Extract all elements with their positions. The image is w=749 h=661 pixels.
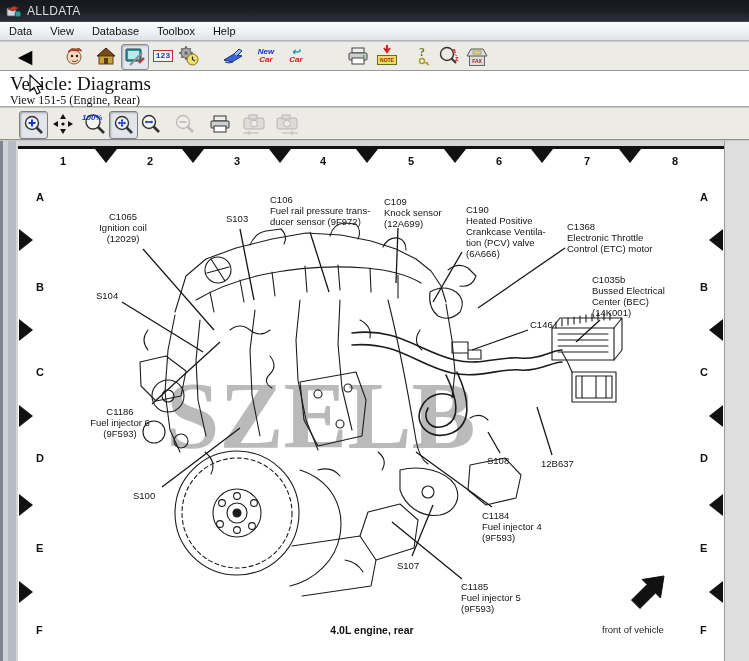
printer-icon: [347, 47, 369, 65]
svg-text:?: ?: [419, 45, 425, 59]
diagrams-tools-icon: [124, 47, 146, 67]
callout-c146: C146: [530, 319, 553, 330]
search-button[interactable]: [62, 44, 88, 68]
zoom-out-button[interactable]: [171, 111, 198, 137]
search-face-icon: [64, 45, 86, 67]
gears-clock-icon: [178, 45, 200, 67]
fit-window-icon: [113, 114, 135, 136]
specs-button[interactable]: 123: [150, 44, 176, 68]
grid-col-8: 8: [672, 155, 678, 167]
zoom-in-button[interactable]: [19, 111, 48, 139]
camera-previous-icon: [241, 112, 267, 136]
grid-col-7: 7: [584, 155, 590, 167]
pan-arrows-icon: [52, 113, 74, 135]
printer-icon: [209, 115, 231, 133]
note-icon: NOTE: [377, 55, 397, 65]
callout-s107: S107: [397, 560, 419, 571]
zoom-100-label: 100%: [82, 113, 102, 122]
grid-row-b-left: B: [36, 281, 44, 293]
maintenance-schedule-button[interactable]: [176, 44, 202, 68]
fax-machine-icon: [465, 46, 489, 58]
fit-width-button[interactable]: [137, 111, 164, 137]
print-diagram-button[interactable]: [206, 111, 233, 137]
callout-c1185: C1185 Fuel injector 5 (9F593): [461, 581, 521, 614]
specs-123-icon: 123: [153, 50, 173, 62]
grid-col-1: 1: [60, 155, 66, 167]
svg-text:a: a: [452, 47, 456, 54]
grid-row-a-left: A: [36, 191, 44, 203]
callout-12b637: 12B637: [541, 458, 574, 469]
callout-c1184: C1184 Fuel injector 4 (9F593): [482, 510, 542, 543]
callout-c1065: C1065 Ignition coil (12029): [78, 211, 168, 244]
grid-row-f-right: F: [700, 624, 707, 636]
callout-s103: S103: [226, 213, 248, 224]
home-icon: [95, 46, 117, 66]
back-button[interactable]: ◀: [12, 44, 38, 68]
search-az-icon: a z: [438, 45, 462, 67]
search-index-button[interactable]: a z: [437, 44, 463, 68]
zoom-out-icon: [174, 113, 196, 135]
previous-car-button[interactable]: ↩ Car: [283, 44, 309, 68]
menu-data[interactable]: Data: [0, 23, 41, 39]
pan-button[interactable]: [49, 111, 76, 137]
svg-text:z: z: [455, 55, 459, 62]
add-note-button[interactable]: NOTE: [374, 44, 400, 68]
previous-car-icon: ↩ Car: [289, 48, 302, 64]
viewport-right-margin: [724, 141, 749, 661]
grid-row-c-right: C: [700, 366, 708, 378]
grid-col-5: 5: [408, 155, 414, 167]
fit-window-button[interactable]: [109, 111, 138, 139]
home-button[interactable]: [93, 44, 119, 68]
grid-col-3: 3: [234, 155, 240, 167]
watermark: SZELB: [166, 366, 526, 466]
viewport-left-frame: [0, 141, 16, 661]
callout-c109: C109 Knock sensor (12A699): [384, 196, 442, 229]
callout-s104: S104: [96, 290, 118, 301]
callout-c106: C106 Fuel rail pressure trans- ducer sen…: [270, 194, 370, 227]
new-car-button[interactable]: New Car: [253, 44, 279, 68]
menu-view[interactable]: View: [41, 23, 83, 39]
new-car-icon: New Car: [258, 48, 274, 64]
menu-database[interactable]: Database: [83, 23, 148, 39]
page-header: Vehicle: Diagrams View 151-5 (Engine, Re…: [0, 71, 749, 107]
grid-col-2: 2: [147, 155, 153, 167]
grid-row-d-left: D: [36, 452, 44, 464]
zoom-100-button[interactable]: 100%: [81, 111, 108, 137]
callout-c1368: C1368 Electronic Throttle Control (ETC) …: [567, 221, 653, 254]
grid-row-f-left: F: [36, 624, 43, 636]
diagrams-button[interactable]: [121, 44, 149, 70]
grid-row-c-left: C: [36, 366, 44, 378]
page-title: Vehicle: Diagrams: [10, 73, 151, 95]
callout-s108: S108: [487, 455, 509, 466]
fax-button[interactable]: FAX: [464, 44, 490, 68]
diagram-caption: 4.0L engine, rear: [297, 624, 447, 636]
grid-row-e-left: E: [36, 542, 43, 554]
menu-toolbox[interactable]: Toolbox: [148, 23, 204, 39]
grid-row-e-right: E: [700, 542, 707, 554]
callout-c1035b: C1035b Bussed Electrical Center (BEC) (1…: [592, 274, 665, 318]
menu-help[interactable]: Help: [204, 23, 245, 39]
view-toolbar: 100%: [0, 107, 749, 140]
grid-row-b-right: B: [700, 281, 708, 293]
grid-col-6: 6: [496, 155, 502, 167]
next-image-button[interactable]: [273, 111, 300, 137]
callout-c1186: C1186 Fuel injector 6 (9F593): [76, 406, 164, 439]
grid-row-d-right: D: [700, 452, 708, 464]
grid-col-4: 4: [320, 155, 326, 167]
grid-row-a-right: A: [700, 191, 708, 203]
window-title: ALLDATA: [27, 4, 81, 18]
back-arrow-icon: ◀: [18, 47, 33, 66]
previous-image-button[interactable]: [240, 111, 267, 137]
markup-button[interactable]: [220, 44, 246, 68]
print-button[interactable]: [345, 44, 371, 68]
camera-next-icon: [274, 112, 300, 136]
title-bar: ALLDATA: [0, 0, 749, 22]
help-button[interactable]: ?: [411, 44, 437, 68]
front-of-vehicle-label: front of vehicle: [602, 624, 664, 635]
note-arrow-icon: [382, 45, 392, 54]
menu-bar: Data View Database Toolbox Help: [0, 22, 749, 41]
app-icon: [6, 4, 22, 18]
callout-c190: C190 Heated Positive Crankcase Ventila- …: [466, 204, 546, 259]
main-toolbar: ◀ 123: [0, 42, 749, 71]
callout-s100: S100: [133, 490, 155, 501]
